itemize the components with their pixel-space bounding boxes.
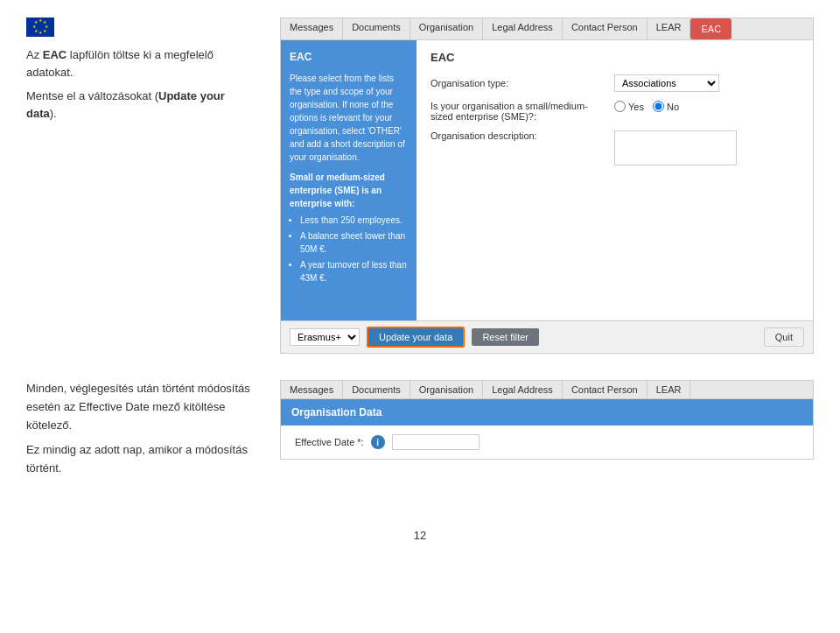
tab-contact-person[interactable]: Contact Person [563, 18, 648, 39]
sme-radios: Yes No [614, 101, 679, 112]
sme-yes-radio[interactable] [614, 101, 626, 112]
sme-bullet-3: A year turnover of less than 43M €. [300, 258, 408, 285]
portal-window-bottom: Messages Documents Organisation Legal Ad… [280, 380, 814, 460]
sme-radio-group: Yes No [614, 101, 799, 112]
tab-bottom-contact-person[interactable]: Contact Person [563, 381, 648, 398]
portal-body-top: EAC Please select from the lists the typ… [281, 40, 813, 320]
sme-bullet-1: Less than 250 employees. [300, 214, 408, 227]
portal-tabs-top: Messages Documents Organisation Legal Ad… [281, 18, 813, 40]
org-data-panel: Organisation Data [281, 399, 813, 426]
sme-no-text: No [667, 102, 679, 112]
tab-eac[interactable]: EAC [690, 18, 732, 39]
tab-documents[interactable]: Documents [343, 18, 410, 39]
instruction-2: Mentse el a változásokat (Update your da… [26, 88, 254, 122]
org-desc-label: Organisation description: [430, 130, 606, 141]
sme-bullet-2: A balance sheet lower than 50M €. [300, 229, 408, 256]
tab-bottom-organisation[interactable]: Organisation [410, 381, 483, 398]
bottom-section: Minden, véglegesítés után történt módosí… [26, 380, 814, 485]
org-type-row: Organisation type: Associations [430, 74, 799, 92]
page-number: 12 [26, 511, 814, 551]
eac-left-panel: EAC Please select from the lists the typ… [281, 40, 416, 320]
tab-bottom-documents[interactable]: Documents [343, 381, 410, 398]
bottom-instruction-2: Ez mindig az adott nap, amikor a módosít… [26, 441, 254, 478]
eac-panel-title: EAC [290, 49, 408, 65]
org-type-control: Associations [614, 74, 799, 92]
sme-question-label: Is your organisation a small/medium-size… [430, 101, 606, 122]
org-desc-textarea[interactable] [614, 130, 737, 165]
org-desc-control [614, 130, 799, 165]
sme-bullets: Less than 250 employees. A balance sheet… [290, 214, 408, 285]
sme-yes-label[interactable]: Yes [614, 101, 644, 112]
info-icon: i [371, 435, 385, 449]
effective-date-input[interactable] [392, 434, 480, 450]
left-instructions: ★ ★ ★ ★ ★ ★ ★ ★ Az EAC lapfülön töltse k… [26, 18, 254, 129]
sme-title: Small or medium-sized enterprise (SME) i… [290, 171, 408, 210]
tab-bottom-lear[interactable]: LEAR [648, 381, 691, 398]
tab-bottom-messages[interactable]: Messages [281, 381, 343, 398]
eac-right-title: EAC [430, 51, 799, 64]
portal-footer-top: Erasmus+ Update your data Reset filter Q… [281, 320, 813, 353]
org-type-label: Organisation type: [430, 78, 606, 88]
top-section: ★ ★ ★ ★ ★ ★ ★ ★ Az EAC lapfülön töltse k… [26, 18, 814, 354]
tab-lear[interactable]: LEAR [648, 18, 691, 39]
tab-messages[interactable]: Messages [281, 18, 343, 39]
quit-button[interactable]: Quit [764, 327, 804, 347]
bottom-instructions: Minden, véglegesítés után történt módosí… [26, 380, 254, 485]
effective-date-label: Effective Date *: [295, 437, 364, 447]
sme-yes-text: Yes [628, 102, 644, 112]
portal-window-top: Messages Documents Organisation Legal Ad… [280, 18, 814, 354]
tab-legal-address[interactable]: Legal Address [483, 18, 563, 39]
portal-tabs-bottom: Messages Documents Organisation Legal Ad… [281, 381, 813, 399]
eac-panel-description: Please select from the lists the type an… [290, 72, 408, 164]
sme-row: Is your organisation a small/medium-size… [430, 101, 799, 122]
sme-no-label[interactable]: No [653, 101, 679, 112]
tab-organisation[interactable]: Organisation [410, 18, 483, 39]
update-your-data-button[interactable]: Update your data [367, 327, 465, 348]
tab-bottom-legal-address[interactable]: Legal Address [483, 381, 563, 398]
footer-program-select[interactable]: Erasmus+ [290, 328, 360, 346]
org-type-select[interactable]: Associations [614, 74, 719, 92]
eac-right-panel: EAC Organisation type: Associations Is y… [416, 40, 813, 320]
sme-no-radio[interactable] [653, 101, 664, 112]
instruction-1: Az EAC lapfülön töltse ki a megfelelő ad… [26, 46, 254, 81]
eu-flag: ★ ★ ★ ★ ★ ★ ★ ★ [26, 18, 254, 39]
org-desc-row: Organisation description: [430, 130, 799, 165]
reset-filter-button[interactable]: Reset filter [472, 328, 539, 346]
bottom-instruction-1: Minden, véglegesítés után történt módosí… [26, 380, 254, 434]
effective-date-row: Effective Date *: i [281, 426, 813, 459]
